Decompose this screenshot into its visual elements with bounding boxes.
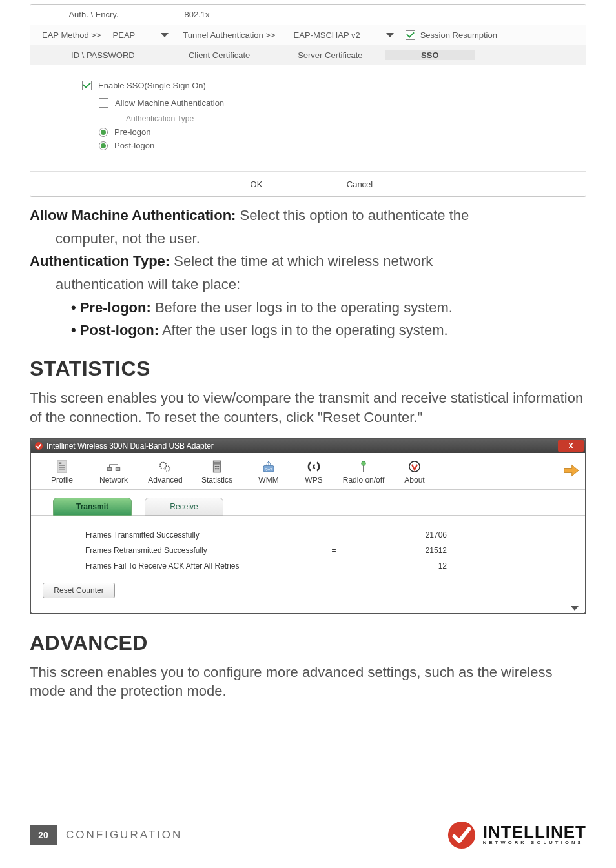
svg-point-12	[165, 466, 170, 471]
svg-point-18	[215, 468, 216, 469]
toolbar-label: WPS	[294, 476, 333, 485]
eap-method-label: EAP Method >>	[42, 30, 101, 40]
stat-row: Frames Transmitted Successfully = 21706	[85, 527, 585, 543]
stat-value: 21706	[369, 530, 447, 540]
enable-sso-label: Enable SSO(Single Sign On)	[98, 81, 206, 90]
svg-rect-6	[107, 467, 112, 470]
toolbar-item-advanced[interactable]: Advanced	[139, 458, 191, 485]
toolbar-item-radio[interactable]: Radio on/off	[333, 458, 394, 485]
toolbar-item-network[interactable]: Network	[88, 458, 139, 485]
inner-tab-sso[interactable]: SSO	[385, 50, 474, 60]
toolbar-label: Advanced	[139, 476, 191, 485]
session-resumption-label: Session Resumption	[420, 30, 497, 40]
session-resumption-checkbox[interactable]	[406, 30, 415, 40]
auth-type-term: Authentication Type:	[30, 253, 170, 269]
auth-type-legend: Authentication Type	[126, 114, 194, 123]
tab-transmit[interactable]: Transmit	[53, 498, 132, 516]
chevron-down-icon	[161, 33, 169, 37]
svg-text:QoS: QoS	[265, 467, 272, 470]
qos-icon: QoS	[243, 458, 294, 476]
network-icon	[88, 458, 139, 476]
brand-mark-icon	[447, 820, 477, 850]
calculator-icon	[191, 458, 243, 476]
section-label: CONFIGURATION	[66, 829, 182, 842]
profile-icon	[36, 458, 88, 476]
eap-method-dropdown[interactable]: PEAP	[113, 30, 169, 40]
svg-point-0	[35, 441, 43, 449]
pre-logon-radio[interactable]	[99, 128, 108, 137]
enable-sso-checkbox[interactable]	[82, 81, 92, 90]
tunnel-auth-dropdown[interactable]: EAP-MSCHAP v2	[294, 30, 394, 40]
sso-dialog: Auth. \ Encry. 802.1x EAP Method >> PEAP…	[30, 4, 586, 197]
svg-rect-14	[214, 461, 220, 464]
reset-counter-button[interactable]: Reset Counter	[43, 583, 115, 598]
body-text: authentication will take place:	[30, 275, 586, 294]
inner-tab-client-cert[interactable]: Client Certificate	[164, 50, 275, 60]
toolbar-item-profile[interactable]: Profile	[36, 458, 88, 485]
body-text: computer, not the user.	[30, 229, 586, 248]
stat-value: 12	[369, 561, 447, 570]
allow-machine-auth-checkbox[interactable]	[99, 98, 108, 108]
toolbar-label: Radio on/off	[333, 476, 394, 485]
window-title: Intellinet Wireless 300N Dual-Band USB A…	[46, 441, 214, 450]
svg-point-19	[216, 468, 218, 469]
about-icon	[394, 458, 435, 476]
svg-point-16	[216, 466, 218, 467]
inner-tab-id-password[interactable]: ID \ PASSWORD	[42, 50, 164, 60]
svg-rect-1	[57, 461, 67, 472]
tab-receive[interactable]: Receive	[145, 498, 223, 516]
chevron-down-icon[interactable]	[571, 606, 579, 611]
body-text: After the user logs in to the operating …	[159, 322, 448, 338]
svg-rect-2	[59, 462, 61, 463]
statistics-intro: This screen enables you to view/compare …	[30, 389, 586, 427]
svg-point-15	[215, 466, 216, 467]
inner-tab-server-cert[interactable]: Server Certificate	[275, 50, 386, 60]
page-footer: 20 CONFIGURATION INTELLINET NETWORK SOLU…	[30, 820, 586, 850]
toolbar-label: Network	[88, 476, 139, 485]
close-button[interactable]: x	[558, 440, 584, 452]
body-text: Select the time at which wireless networ…	[170, 253, 433, 269]
toolbar: Profile Network Advanced Statistics QoS …	[31, 453, 585, 490]
tunnel-auth-value: EAP-MSCHAP v2	[294, 30, 360, 40]
statistics-window: Intellinet Wireless 300N Dual-Band USB A…	[30, 438, 586, 614]
toolbar-label: Statistics	[191, 476, 243, 485]
post-logon-radio[interactable]	[99, 141, 108, 150]
toolbar-item-wps[interactable]: WPS	[294, 458, 333, 485]
page-number: 20	[30, 825, 57, 845]
ok-button[interactable]: OK	[234, 179, 279, 189]
toolbar-label: WMM	[243, 476, 294, 485]
next-arrow-icon[interactable]	[562, 463, 580, 479]
body-text: Before the user logs in to the operating…	[151, 299, 453, 316]
svg-point-20	[218, 468, 219, 469]
equals-sign: =	[298, 561, 369, 570]
radio-icon	[333, 458, 394, 476]
app-logo-icon	[34, 441, 44, 451]
allow-machine-auth-term: Allow Machine Authentication:	[30, 207, 236, 223]
stat-label: Frames Retransmitted Successfully	[85, 546, 298, 555]
toolbar-item-wmm[interactable]: QoS WMM	[243, 458, 294, 485]
post-logon-term: • Post-logon:	[71, 322, 159, 338]
toolbar-item-about[interactable]: About	[394, 458, 435, 485]
tab-auth-encry[interactable]: Auth. \ Encry.	[42, 5, 145, 25]
svg-point-23	[362, 461, 366, 465]
chevron-down-icon	[386, 33, 394, 37]
brand-subtitle: NETWORK SOLUTIONS	[483, 840, 586, 845]
toolbar-label: About	[394, 476, 435, 485]
stat-label: Frames Fail To Receive ACK After All Ret…	[85, 561, 298, 570]
pre-logon-label: Pre-logon	[114, 127, 150, 137]
brand-name: INTELLINET	[483, 825, 586, 840]
svg-rect-7	[116, 467, 120, 470]
statistics-heading: STATISTICS	[30, 357, 586, 381]
wps-icon	[294, 458, 333, 476]
toolbar-label: Profile	[36, 476, 88, 485]
stat-label: Frames Transmitted Successfully	[85, 530, 298, 540]
tab-8021x[interactable]: 802.1x	[145, 5, 249, 25]
svg-point-17	[218, 466, 219, 467]
toolbar-item-statistics[interactable]: Statistics	[191, 458, 243, 485]
cancel-button[interactable]: Cancel	[337, 179, 382, 189]
brand-logo: INTELLINET NETWORK SOLUTIONS	[447, 820, 586, 850]
eap-method-value: PEAP	[113, 30, 136, 40]
equals-sign: =	[298, 530, 369, 540]
stat-row: Frames Fail To Receive ACK After All Ret…	[85, 558, 585, 574]
gear-icon	[139, 458, 191, 476]
